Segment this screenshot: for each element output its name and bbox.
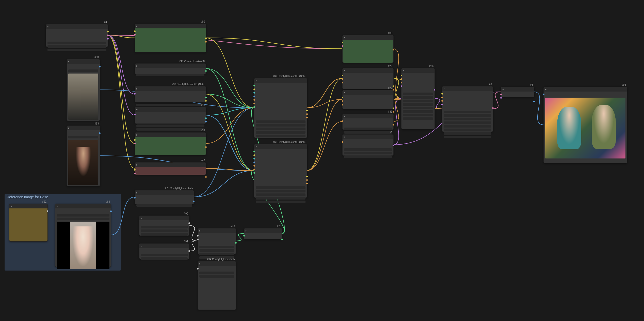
node-widget[interactable] (444, 118, 491, 120)
input-slot[interactable] (342, 100, 343, 102)
node-widget[interactable] (136, 128, 204, 131)
output-slot[interactable] (205, 38, 207, 39)
collapse-icon[interactable]: ▸ (403, 69, 405, 72)
node-69[interactable]: #69▸ (55, 204, 111, 267)
node-widget[interactable] (344, 131, 392, 134)
node-titlebar[interactable]: ▸ (254, 78, 307, 83)
node-titlebar[interactable]: ▸ (9, 204, 47, 208)
connection-wire[interactable] (534, 92, 543, 125)
output-slot[interactable] (188, 250, 190, 252)
node-titlebar[interactable]: ▸ (67, 126, 100, 130)
input-slot[interactable] (253, 151, 255, 152)
node-38[interactable]: #38 ComfyUI InstantID (Nati..▸ (135, 86, 206, 102)
output-slot[interactable] (205, 97, 207, 98)
node-widget[interactable] (136, 74, 204, 76)
connection-wire[interactable] (108, 35, 135, 115)
node-40[interactable]: #40▸ (135, 162, 206, 175)
node-13[interactable]: #13▸ (67, 126, 100, 186)
input-slot[interactable] (243, 235, 245, 237)
node-8[interactable]: #8▸ (501, 87, 534, 97)
collapse-icon[interactable]: ▸ (444, 88, 446, 90)
collapse-icon[interactable]: ▸ (199, 263, 201, 265)
output-slot[interactable] (107, 31, 109, 32)
collapse-icon[interactable]: ▸ (136, 65, 138, 67)
input-slot[interactable] (441, 93, 443, 95)
node-titlebar[interactable]: ▸ (343, 114, 393, 118)
node-widget[interactable] (256, 131, 305, 134)
connection-wire[interactable] (434, 98, 442, 109)
node-widget[interactable] (403, 93, 433, 95)
output-slot[interactable] (99, 132, 101, 134)
node-60[interactable]: #60▸ (135, 24, 206, 52)
input-slot[interactable] (134, 173, 136, 174)
node-titlebar[interactable]: ▸ (67, 59, 100, 64)
input-slot[interactable] (253, 172, 255, 174)
node-widget[interactable] (403, 100, 433, 102)
input-slot[interactable] (342, 78, 343, 80)
connection-wire[interactable] (393, 98, 401, 145)
output-slot[interactable] (306, 179, 308, 181)
node-67[interactable]: #67 ComfyUI InstantID (Nati..▸ (254, 78, 307, 138)
connection-wire[interactable] (189, 225, 198, 241)
connection-wire[interactable] (307, 78, 342, 171)
node-titlebar[interactable]: ▸ (442, 86, 493, 91)
input-slot[interactable] (342, 141, 343, 143)
output-slot[interactable] (306, 117, 308, 118)
output-slot[interactable] (235, 242, 237, 244)
connection-wire[interactable] (206, 94, 254, 171)
node-widget[interactable] (403, 110, 433, 113)
collapse-icon[interactable]: ▸ (246, 230, 248, 232)
node-titlebar[interactable]: ▸ (139, 244, 189, 248)
node-widget[interactable] (256, 124, 305, 127)
collapse-icon[interactable]: ▸ (141, 245, 143, 247)
connection-wire[interactable] (206, 94, 254, 108)
node-titlebar[interactable]: ▸ (55, 204, 111, 208)
input-slot[interactable] (342, 120, 343, 122)
node-titlebar[interactable]: ▸ (135, 133, 206, 137)
output-slot[interactable] (306, 110, 308, 111)
connection-wire[interactable] (206, 68, 254, 108)
node-titlebar[interactable]: ▸ (135, 190, 194, 195)
node-widget[interactable] (68, 69, 98, 72)
node-titlebar[interactable]: ▸ (135, 64, 206, 68)
node-widget[interactable] (444, 136, 491, 138)
node-4[interactable]: #4▸ (46, 24, 108, 47)
node-widget[interactable] (57, 218, 109, 220)
node-86[interactable]: #86▸ (401, 68, 435, 129)
node-widget[interactable] (47, 45, 106, 48)
input-slot[interactable] (342, 45, 343, 47)
node-widget[interactable] (256, 190, 305, 192)
input-slot[interactable] (342, 104, 343, 105)
input-slot[interactable] (134, 114, 136, 115)
collapse-icon[interactable]: ▸ (136, 25, 138, 27)
node-titlebar[interactable]: ▸ (244, 228, 282, 233)
collapse-icon[interactable]: ▸ (344, 92, 346, 94)
input-slot[interactable] (134, 30, 136, 32)
output-slot[interactable] (434, 89, 435, 91)
node-58[interactable]: #58▸ (67, 59, 100, 121)
connection-wire[interactable] (307, 99, 342, 108)
input-slot[interactable] (134, 139, 136, 141)
input-slot[interactable] (441, 97, 443, 98)
connection-wire[interactable] (393, 49, 401, 98)
node-widget[interactable] (403, 103, 433, 106)
input-slot[interactable] (253, 88, 255, 90)
node-90[interactable]: #90▸ (139, 216, 189, 236)
node-titlebar[interactable]: ▸ (198, 261, 236, 266)
node-widget[interactable] (68, 136, 98, 138)
collapse-icon[interactable]: ▸ (344, 115, 346, 117)
node-94[interactable]: #94 ComfyUI_Essentials▸ (198, 261, 236, 310)
node-60b[interactable]: #60 ComfyUI InstantID (Nati..▸ (254, 144, 307, 198)
input-slot[interactable] (500, 94, 502, 95)
node-widget[interactable] (403, 96, 433, 99)
node-39[interactable]: #39▸ (135, 132, 206, 155)
input-slot[interactable] (253, 106, 255, 108)
connection-wire[interactable] (493, 92, 501, 109)
input-slot[interactable] (134, 169, 136, 171)
node-widget[interactable] (444, 132, 491, 135)
input-slot[interactable] (401, 85, 402, 87)
connection-wire[interactable] (206, 38, 254, 108)
connection-wire[interactable] (206, 115, 254, 171)
node-widget[interactable] (141, 229, 188, 232)
node-titlebar[interactable]: ▸ (135, 107, 206, 112)
